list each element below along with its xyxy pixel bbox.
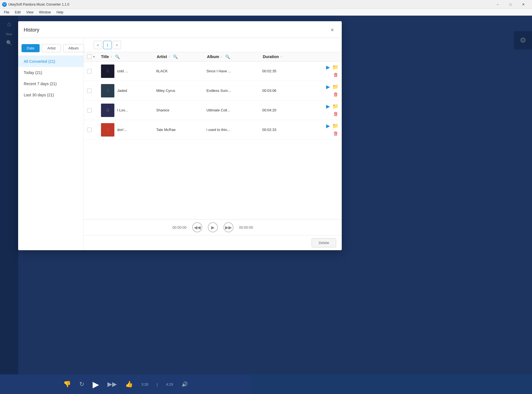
nav-all-converted[interactable]: All Converted (21) bbox=[18, 56, 83, 67]
nav-recent-7days[interactable]: Recent 7 days (21) bbox=[18, 78, 83, 89]
player-time-total: 00:00:00 bbox=[239, 225, 253, 230]
row-3-thumbnail: ♫ bbox=[101, 104, 114, 117]
rewind-button[interactable]: ↻ bbox=[79, 381, 84, 388]
nav-today[interactable]: Today (21) bbox=[18, 67, 83, 78]
pagination-next[interactable]: > bbox=[113, 41, 121, 49]
row-2-duration: 00:03:06 bbox=[262, 89, 296, 93]
select-all-checkbox[interactable] bbox=[87, 54, 92, 59]
th-title-search-icon[interactable]: 🔍 bbox=[115, 54, 120, 59]
svg-text:♫: ♫ bbox=[106, 87, 110, 93]
dialog-title: History bbox=[24, 27, 39, 33]
app-player-bar: 👎 ↻ ▶ ▶▶ 👍 3:28 | 4:29 🔊 bbox=[0, 374, 251, 394]
th-album: Album ↕ 🔍 bbox=[207, 54, 263, 59]
menu-file[interactable]: File bbox=[1, 9, 12, 15]
row-1-play-button[interactable]: ▶ bbox=[326, 64, 330, 70]
row-4-folder-button[interactable]: 📁 bbox=[332, 123, 338, 129]
minimize-button[interactable]: − bbox=[491, 0, 504, 9]
table-row: ♫ I Lov... Shanice Ultimate Coll... 00:0… bbox=[84, 101, 342, 120]
close-button[interactable]: ✕ bbox=[517, 0, 530, 9]
player-prev-button[interactable]: ◀◀ bbox=[192, 222, 202, 232]
row-2-delete-button[interactable]: 🗑 bbox=[333, 92, 338, 97]
th-album-sort-icon[interactable]: ↕ bbox=[221, 55, 222, 58]
row-4-play-button[interactable]: ▶ bbox=[326, 123, 330, 129]
nav-last-30days[interactable]: Last 30 days (21) bbox=[18, 89, 83, 101]
row-1-title: cold ... bbox=[117, 69, 156, 73]
row-4-title: don'... bbox=[117, 128, 156, 132]
row-3-actions: ▶ 📁 🗑 bbox=[326, 103, 338, 117]
table-body: ♫ cold ... 6LACK Since I Have ... 00:02:… bbox=[84, 61, 342, 219]
row-4-delete-button[interactable]: 🗑 bbox=[333, 131, 338, 137]
svg-text:♫: ♫ bbox=[106, 107, 110, 113]
th-duration-sort-icon[interactable]: ↕ bbox=[281, 55, 282, 58]
row-1-delete-button[interactable]: 🗑 bbox=[333, 72, 338, 78]
table-row: ♫ don'... Tate McRae i used to thin... 0… bbox=[84, 120, 342, 140]
row-2-thumbnail: ♫ bbox=[101, 84, 114, 97]
player-time-current: 00:00:00 bbox=[172, 225, 187, 230]
th-artist-sort-icon[interactable]: ↕ bbox=[169, 55, 170, 58]
row-2-folder-button[interactable]: 📁 bbox=[332, 84, 338, 90]
dialog-close-button[interactable]: × bbox=[328, 26, 336, 34]
dialog-content: < 1 > ▼ Title ↕ bbox=[84, 38, 342, 250]
thumbs-up-button[interactable]: 👍 bbox=[125, 381, 133, 388]
th-duration: Duration ↕ bbox=[263, 54, 305, 59]
filter-album-button[interactable]: Album bbox=[63, 44, 84, 52]
th-checkbox: ▼ bbox=[87, 54, 101, 59]
row-3-album: Ultimate Coll... bbox=[206, 108, 262, 112]
row-4-checkbox[interactable] bbox=[87, 128, 92, 132]
app-time-current: 3:28 bbox=[141, 382, 148, 386]
row-4-album: i used to thin... bbox=[206, 128, 262, 132]
player-bar: 00:00:00 ◀◀ ▶ ▶▶ 00:00:00 bbox=[84, 219, 342, 235]
svg-text:♫: ♫ bbox=[106, 68, 110, 73]
filter-date-button[interactable]: Date bbox=[21, 44, 40, 52]
window-title: UkeySoft Pandora Music Converter 1.1.0 bbox=[8, 3, 491, 6]
delete-button[interactable]: Delete bbox=[312, 238, 336, 247]
window-controls: − □ ✕ bbox=[491, 0, 530, 9]
filter-artist-button[interactable]: Artist bbox=[42, 44, 61, 52]
menu-window[interactable]: Window bbox=[36, 9, 54, 15]
table-row: ♫ Jaded Miley Cyrus Endless Sum... 00:03… bbox=[84, 81, 342, 101]
row-1-checkbox-wrap bbox=[87, 69, 101, 73]
row-1-checkbox[interactable] bbox=[87, 69, 92, 73]
th-title-sort-icon[interactable]: ↕ bbox=[111, 55, 112, 58]
filter-toolbar: Date Artist Album bbox=[18, 41, 83, 56]
row-2-title: Jaded bbox=[117, 89, 156, 93]
row-3-title: I Lov... bbox=[117, 108, 156, 112]
row-3-folder-button[interactable]: 📁 bbox=[332, 103, 338, 109]
row-4-duration: 00:02:33 bbox=[262, 128, 296, 132]
th-album-search-icon[interactable]: 🔍 bbox=[225, 54, 230, 59]
pagination-current[interactable]: 1 bbox=[103, 41, 112, 49]
player-play-button[interactable]: ▶ bbox=[208, 222, 218, 232]
skip-button[interactable]: ▶▶ bbox=[107, 381, 117, 388]
volume-button[interactable]: 🔊 bbox=[182, 381, 188, 387]
row-3-checkbox[interactable] bbox=[87, 108, 92, 113]
menu-edit[interactable]: Edit bbox=[12, 9, 23, 15]
row-1-album: Since I Have ... bbox=[206, 69, 262, 73]
app-play-button[interactable]: ▶ bbox=[93, 379, 99, 389]
row-3-play-button[interactable]: ▶ bbox=[326, 103, 330, 109]
pagination-prev[interactable]: < bbox=[94, 41, 102, 49]
dialog-nav: Date Artist Album All Converted (21) Tod… bbox=[18, 38, 84, 250]
th-title-label: Title bbox=[101, 54, 109, 59]
row-1-folder-button[interactable]: 📁 bbox=[332, 64, 338, 70]
menu-help[interactable]: Help bbox=[54, 9, 66, 15]
row-2-play-button[interactable]: ▶ bbox=[326, 84, 330, 90]
app-time-divider: | bbox=[157, 382, 158, 386]
row-1-duration: 00:02:35 bbox=[262, 69, 296, 73]
row-3-delete-button[interactable]: 🗑 bbox=[333, 111, 338, 117]
th-artist-search-icon[interactable]: 🔍 bbox=[173, 54, 178, 59]
menu-bar: File Edit View Window Help bbox=[0, 9, 532, 16]
pagination: < 1 > bbox=[94, 41, 121, 49]
row-2-checkbox[interactable] bbox=[87, 89, 92, 93]
table-header: ▼ Title ↕ 🔍 Artist ↕ 🔍 bbox=[84, 52, 342, 61]
row-2-checkbox-wrap bbox=[87, 89, 101, 93]
th-artist: Artist ↕ 🔍 bbox=[157, 54, 207, 59]
app-main: ⌂ Now 🔍 ⚙ History × Date Artist bbox=[0, 16, 532, 374]
pagination-bar: < 1 > bbox=[84, 38, 342, 52]
player-next-button[interactable]: ▶▶ bbox=[223, 222, 233, 232]
row-2-actions: ▶ 📁 🗑 bbox=[326, 84, 338, 97]
thumbs-down-button[interactable]: 👎 bbox=[63, 381, 71, 388]
menu-view[interactable]: View bbox=[23, 9, 36, 15]
dialog-overlay: History × Date Artist Album All Converte… bbox=[0, 16, 532, 374]
svg-text:♫: ♫ bbox=[106, 126, 110, 132]
maximize-button[interactable]: □ bbox=[504, 0, 517, 9]
